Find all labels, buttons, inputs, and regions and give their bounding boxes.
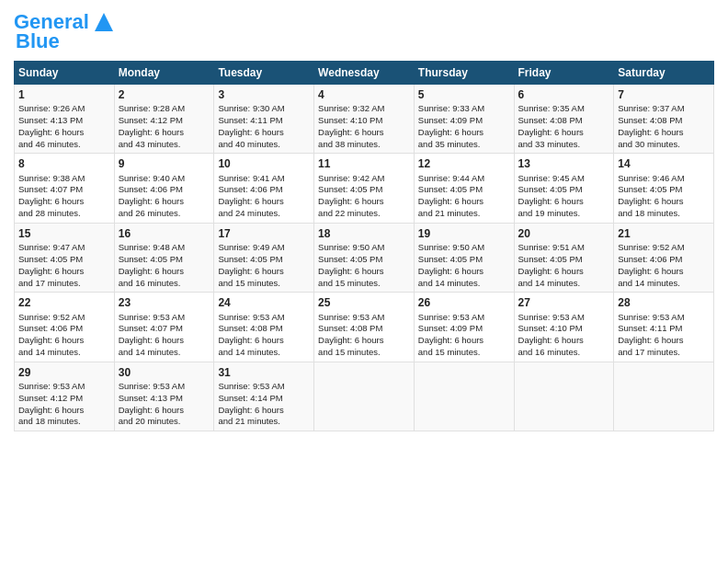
calendar-cell: 30Sunrise: 9:53 AMSunset: 4:13 PMDayligh… [114,362,214,431]
calendar-cell [614,362,714,431]
sunset: Sunset: 4:05 PM [18,254,83,264]
sunrise: Sunrise: 9:53 AM [418,312,484,322]
day-number: 23 [119,295,210,310]
sunrise: Sunrise: 9:53 AM [318,312,384,322]
daylight-line2: and 24 minutes. [218,208,280,218]
daylight-line1: Daylight: 6 hours [18,266,84,276]
calendar-container: General Blue SundayMondayTuesdayWednesda… [0,0,728,441]
daylight-line2: and 38 minutes. [318,139,381,149]
daylight-line2: and 33 minutes. [518,139,581,149]
daylight-line1: Daylight: 6 hours [518,196,584,206]
sunrise: Sunrise: 9:52 AM [618,242,684,252]
day-number: 8 [18,156,110,171]
daylight-line1: Daylight: 6 hours [418,127,483,137]
calendar-cell: 25Sunrise: 9:53 AMSunset: 4:08 PMDayligh… [314,293,415,362]
daylight-line1: Daylight: 6 hours [618,196,683,206]
calendar-cell: 8Sunrise: 9:38 AMSunset: 4:07 PMDaylight… [15,154,115,223]
calendar-cell: 12Sunrise: 9:44 AMSunset: 4:05 PMDayligh… [414,154,514,223]
daylight-line2: and 46 minutes. [18,139,81,149]
header-day-tuesday: Tuesday [214,62,314,85]
day-number: 12 [418,156,510,171]
day-number: 11 [318,156,410,171]
sunset: Sunset: 4:12 PM [119,115,183,125]
sunrise: Sunrise: 9:46 AM [618,173,684,183]
daylight-line2: and 21 minutes. [218,416,280,426]
sunset: Sunset: 4:13 PM [18,115,83,125]
daylight-line2: and 40 minutes. [218,139,280,149]
sunset: Sunset: 4:05 PM [318,254,382,264]
sunset: Sunset: 4:12 PM [18,393,83,403]
day-number: 25 [318,295,410,310]
daylight-line1: Daylight: 6 hours [119,127,184,137]
daylight-line2: and 17 minutes. [618,347,680,357]
sunset: Sunset: 4:08 PM [218,323,282,333]
sunrise: Sunrise: 9:33 AM [418,103,484,113]
calendar-cell: 18Sunrise: 9:50 AMSunset: 4:05 PMDayligh… [314,223,415,292]
sunset: Sunset: 4:14 PM [218,393,282,403]
daylight-line2: and 14 minutes. [119,347,181,357]
sunset: Sunset: 4:09 PM [418,323,483,333]
day-number: 4 [318,87,410,102]
sunrise: Sunrise: 9:53 AM [18,381,85,391]
sunset: Sunset: 4:07 PM [119,323,183,333]
day-number: 17 [218,226,310,241]
week-row-5: 29Sunrise: 9:53 AMSunset: 4:12 PMDayligh… [15,362,714,431]
day-number: 13 [518,156,610,171]
daylight-line1: Daylight: 6 hours [418,266,483,276]
calendar-cell: 24Sunrise: 9:53 AMSunset: 4:08 PMDayligh… [214,293,314,362]
calendar-cell: 2Sunrise: 9:28 AMSunset: 4:12 PMDaylight… [114,85,214,154]
daylight-line2: and 17 minutes. [18,278,81,288]
day-number: 6 [518,87,610,102]
sunrise: Sunrise: 9:53 AM [518,312,585,322]
daylight-line1: Daylight: 6 hours [218,335,283,345]
day-number: 22 [18,295,110,310]
day-number: 30 [119,365,210,380]
sunset: Sunset: 4:08 PM [618,115,682,125]
svg-marker-0 [95,13,113,31]
calendar-cell: 14Sunrise: 9:46 AMSunset: 4:05 PMDayligh… [614,154,714,223]
daylight-line1: Daylight: 6 hours [518,127,584,137]
sunset: Sunset: 4:10 PM [318,115,382,125]
calendar-cell: 17Sunrise: 9:49 AMSunset: 4:05 PMDayligh… [214,223,314,292]
daylight-line2: and 18 minutes. [18,416,81,426]
calendar-cell: 26Sunrise: 9:53 AMSunset: 4:09 PMDayligh… [414,293,514,362]
daylight-line1: Daylight: 6 hours [418,335,483,345]
sunset: Sunset: 4:05 PM [218,254,282,264]
sunrise: Sunrise: 9:35 AM [518,103,585,113]
logo-icon [91,9,117,35]
header-day-friday: Friday [514,62,614,85]
daylight-line1: Daylight: 6 hours [618,335,683,345]
calendar-cell: 31Sunrise: 9:53 AMSunset: 4:14 PMDayligh… [214,362,314,431]
daylight-line1: Daylight: 6 hours [18,335,84,345]
sunset: Sunset: 4:05 PM [119,254,183,264]
sunrise: Sunrise: 9:30 AM [218,103,284,113]
daylight-line1: Daylight: 6 hours [618,127,683,137]
daylight-line2: and 22 minutes. [318,208,381,218]
day-number: 31 [218,365,310,380]
day-number: 20 [518,226,610,241]
daylight-line1: Daylight: 6 hours [119,335,184,345]
header: General Blue [14,9,714,53]
calendar-cell: 29Sunrise: 9:53 AMSunset: 4:12 PMDayligh… [15,362,115,431]
sunset: Sunset: 4:09 PM [418,115,483,125]
calendar-cell: 9Sunrise: 9:40 AMSunset: 4:06 PMDaylight… [114,154,214,223]
day-number: 14 [618,156,710,171]
calendar-cell: 1Sunrise: 9:26 AMSunset: 4:13 PMDaylight… [15,85,115,154]
calendar-cell: 10Sunrise: 9:41 AMSunset: 4:06 PMDayligh… [214,154,314,223]
daylight-line2: and 14 minutes. [418,278,481,288]
sunrise: Sunrise: 9:32 AM [318,103,384,113]
header-day-saturday: Saturday [614,62,714,85]
daylight-line1: Daylight: 6 hours [518,266,584,276]
sunrise: Sunrise: 9:53 AM [218,381,284,391]
day-number: 9 [119,156,210,171]
day-number: 18 [318,226,410,241]
daylight-line2: and 16 minutes. [518,347,581,357]
daylight-line1: Daylight: 6 hours [18,405,84,415]
day-number: 16 [119,226,210,241]
sunrise: Sunrise: 9:53 AM [218,312,284,322]
calendar-cell: 21Sunrise: 9:52 AMSunset: 4:06 PMDayligh… [614,223,714,292]
sunset: Sunset: 4:05 PM [518,254,583,264]
daylight-line1: Daylight: 6 hours [318,335,383,345]
header-day-monday: Monday [114,62,214,85]
week-row-2: 8Sunrise: 9:38 AMSunset: 4:07 PMDaylight… [15,154,714,223]
